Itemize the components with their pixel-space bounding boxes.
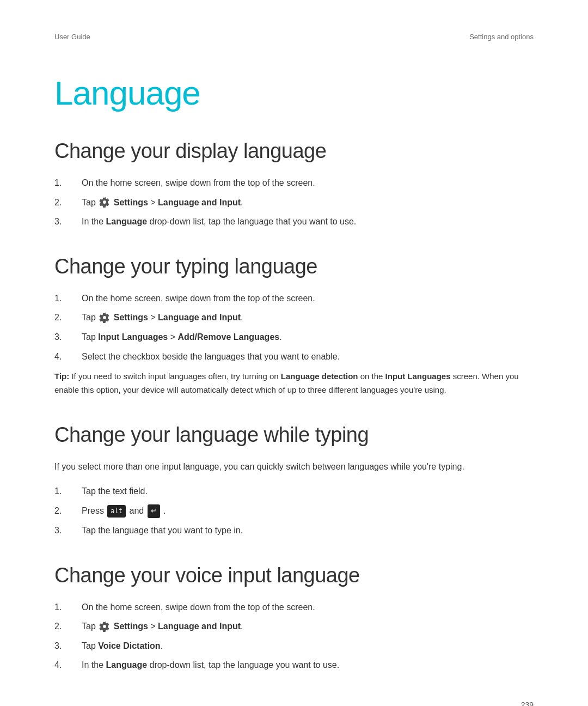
language-while-typing-list: 1. Tap the text field. 2. Press alt and …	[54, 484, 534, 537]
list-item: 2. Press alt and ↵ .	[54, 504, 534, 518]
list-item: 3. Tap Input Languages > Add/Remove Lang…	[54, 330, 534, 344]
typing-language-list: 1. On the home screen, swipe down from t…	[54, 291, 534, 363]
list-item: 4. In the Language drop-down list, tap t…	[54, 658, 534, 672]
language-input-label: Language and Input	[158, 313, 241, 322]
list-content: Tap Settings > Language and Input.	[82, 196, 534, 210]
footer-page-number: 239	[521, 701, 534, 706]
enter-key-badge: ↵	[148, 504, 160, 518]
list-number: 2.	[54, 504, 82, 518]
alt-key-badge: alt	[107, 505, 126, 518]
settings-icon	[99, 621, 110, 632]
list-content: Tap Voice Dictation.	[82, 639, 534, 653]
settings-label: Settings	[114, 622, 148, 631]
list-number: 1.	[54, 176, 82, 190]
list-number: 2.	[54, 196, 82, 210]
list-number: 1.	[54, 291, 82, 306]
section-title-voice: Change your voice input language	[54, 564, 534, 587]
list-content: Press alt and ↵ .	[82, 504, 534, 518]
list-item: 1. On the home screen, swipe down from t…	[54, 176, 534, 190]
list-content: Select the checkbox beside the languages…	[82, 350, 534, 364]
list-number: 1.	[54, 484, 82, 498]
list-content: Tap the text field.	[82, 484, 534, 498]
section-voice-input-language: Change your voice input language 1. On t…	[54, 564, 534, 672]
list-item: 4. Select the checkbox beside the langua…	[54, 350, 534, 364]
list-item: 1. Tap the text field.	[54, 484, 534, 498]
language-input-label: Language and Input	[158, 198, 241, 207]
list-number: 2.	[54, 619, 82, 634]
list-item: 2. Tap Settings > Language and Input.	[54, 311, 534, 325]
list-item: 1. On the home screen, swipe down from t…	[54, 600, 534, 614]
language-input-label: Language and Input	[158, 622, 241, 631]
page-header: User Guide Settings and options	[54, 33, 534, 41]
section-language-while-typing: Change your language while typing If you…	[54, 423, 534, 538]
list-number: 3.	[54, 215, 82, 229]
section-subtitle: If you select more than one input langua…	[54, 460, 534, 474]
voice-language-list: 1. On the home screen, swipe down from t…	[54, 600, 534, 672]
header-right: Settings and options	[469, 33, 534, 41]
list-content: In the Language drop-down list, tap the …	[82, 658, 534, 672]
settings-icon	[99, 312, 110, 323]
list-item: 1. On the home screen, swipe down from t…	[54, 291, 534, 306]
list-number: 3.	[54, 330, 82, 344]
display-language-list: 1. On the home screen, swipe down from t…	[54, 176, 534, 229]
list-number: 4.	[54, 350, 82, 364]
list-number: 3.	[54, 639, 82, 653]
list-content: Tap the language that you want to type i…	[82, 524, 534, 538]
list-content: On the home screen, swipe down from the …	[82, 176, 534, 190]
settings-icon	[99, 197, 110, 208]
header-left: User Guide	[54, 33, 90, 41]
section-typing-language: Change your typing language 1. On the ho…	[54, 255, 534, 397]
list-content: Tap Input Languages > Add/Remove Languag…	[82, 330, 534, 344]
list-number: 3.	[54, 524, 82, 538]
section-display-language: Change your display language 1. On the h…	[54, 139, 534, 229]
section-title-while-typing: Change your language while typing	[54, 423, 534, 447]
list-item: 3. Tap the language that you want to typ…	[54, 524, 534, 538]
section-title-display: Change your display language	[54, 139, 534, 163]
settings-label: Settings	[114, 313, 148, 322]
list-item: 2. Tap Settings > Language and Input.	[54, 619, 534, 634]
section-title-typing: Change your typing language	[54, 255, 534, 278]
list-item: 3. Tap Voice Dictation.	[54, 639, 534, 653]
list-content: On the home screen, swipe down from the …	[82, 600, 534, 614]
list-content: In the Language drop-down list, tap the …	[82, 215, 534, 229]
list-item: 2. Tap Settings > Language and Input.	[54, 196, 534, 210]
list-content: On the home screen, swipe down from the …	[82, 291, 534, 306]
list-content: Tap Settings > Language and Input.	[82, 311, 534, 325]
tip-text: Tip: If you need to switch input languag…	[54, 370, 534, 397]
list-content: Tap Settings > Language and Input.	[82, 619, 534, 634]
list-number: 1.	[54, 600, 82, 614]
list-number: 2.	[54, 311, 82, 325]
list-number: 4.	[54, 658, 82, 672]
list-item: 3. In the Language drop-down list, tap t…	[54, 215, 534, 229]
page-title: Language	[54, 74, 534, 112]
settings-label: Settings	[114, 198, 148, 207]
